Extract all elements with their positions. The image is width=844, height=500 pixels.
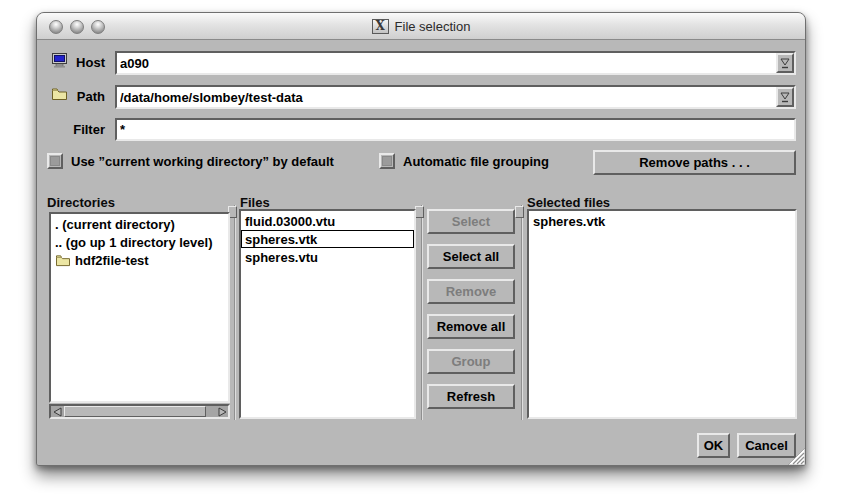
- file-item-label: spheres.vtu: [245, 249, 318, 266]
- combo-arrow-icon: [779, 57, 791, 69]
- resize-grip-icon[interactable]: [787, 448, 805, 465]
- file-item-selected[interactable]: spheres.vtk: [241, 230, 414, 248]
- selected-files-panel-label: Selected files: [527, 195, 610, 210]
- path-input[interactable]: [117, 87, 776, 107]
- grouping-checkbox[interactable]: [379, 153, 395, 169]
- group-button[interactable]: Group: [427, 349, 515, 374]
- remove-paths-button[interactable]: Remove paths . . .: [593, 150, 796, 175]
- remove-button[interactable]: Remove: [427, 279, 515, 304]
- scrollbar-thumb[interactable]: [64, 406, 206, 417]
- combo-arrow-icon: [779, 91, 791, 103]
- folder-icon: [55, 254, 71, 267]
- cwd-checkbox[interactable]: [47, 153, 63, 169]
- file-selection-window: X File selection Host: [36, 12, 806, 466]
- pane-sash-handle[interactable]: [515, 206, 524, 218]
- scroll-left-button[interactable]: [51, 406, 64, 417]
- cwd-checkbox-label: Use ”current working directory” by defau…: [71, 154, 334, 169]
- filter-label: Filter: [47, 122, 105, 137]
- path-label: Path: [47, 89, 105, 104]
- select-button[interactable]: Select: [427, 209, 515, 234]
- host-field-wrap: [115, 51, 796, 75]
- filter-field-wrap: [115, 118, 796, 141]
- refresh-button[interactable]: Refresh: [427, 384, 515, 409]
- pane-sash-handle[interactable]: [415, 206, 424, 218]
- directories-list[interactable]: . (current directory) .. (go up 1 direct…: [49, 212, 230, 403]
- grouping-checkbox-indicator: [382, 156, 392, 166]
- arrow-right-icon: [217, 407, 227, 417]
- arrow-left-icon: [53, 407, 63, 417]
- file-item[interactable]: spheres.vtu: [241, 248, 414, 266]
- grouping-checkbox-label: Automatic file grouping: [403, 154, 549, 169]
- directories-panel-label: Directories: [47, 195, 115, 210]
- directories-hscrollbar[interactable]: [49, 404, 230, 419]
- directory-item-label: hdf2file-test: [75, 252, 149, 269]
- selected-file-item[interactable]: spheres.vtk: [529, 212, 795, 230]
- directory-item-label: . (current directory): [55, 216, 175, 233]
- scroll-right-button[interactable]: [215, 406, 228, 417]
- cwd-checkbox-indicator: [50, 156, 60, 166]
- host-label: Host: [47, 55, 105, 70]
- pane-divider[interactable]: [421, 205, 423, 420]
- close-button[interactable]: [49, 20, 63, 34]
- remove-all-button[interactable]: Remove all: [427, 314, 515, 339]
- x11-x-icon: X: [372, 19, 389, 34]
- path-field-wrap: [115, 85, 796, 109]
- directory-item-label: .. (go up 1 directory level): [55, 234, 212, 251]
- zoom-button[interactable]: [91, 20, 105, 34]
- file-item-label: fluid.03000.vtu: [245, 213, 335, 230]
- titlebar[interactable]: X File selection: [37, 13, 805, 40]
- minimize-button[interactable]: [70, 20, 84, 34]
- pane-divider[interactable]: [234, 205, 236, 420]
- directory-item[interactable]: . (current directory): [51, 215, 228, 233]
- filter-input[interactable]: [117, 120, 794, 139]
- files-list[interactable]: fluid.03000.vtu spheres.vtk spheres.vtu: [239, 209, 416, 419]
- selected-files-list[interactable]: spheres.vtk: [527, 209, 797, 419]
- file-item-label: spheres.vtk: [245, 231, 317, 248]
- pane-divider[interactable]: [521, 205, 523, 420]
- host-input[interactable]: [117, 53, 776, 73]
- select-all-button[interactable]: Select all: [427, 244, 515, 269]
- dialog-content: Host Path: [37, 40, 805, 465]
- directory-item[interactable]: .. (go up 1 directory level): [51, 233, 228, 251]
- host-dropdown-button[interactable]: [776, 53, 794, 73]
- directory-item[interactable]: hdf2file-test: [51, 251, 228, 269]
- traffic-lights: [49, 20, 105, 34]
- ok-button[interactable]: OK: [697, 433, 730, 458]
- desktop: X File selection Host: [0, 0, 844, 500]
- selected-file-item-label: spheres.vtk: [533, 213, 605, 230]
- window-title: File selection: [395, 19, 471, 34]
- window-title-group: X File selection: [372, 19, 471, 34]
- file-item[interactable]: fluid.03000.vtu: [241, 212, 414, 230]
- path-dropdown-button[interactable]: [776, 87, 794, 107]
- files-panel-label: Files: [240, 195, 270, 210]
